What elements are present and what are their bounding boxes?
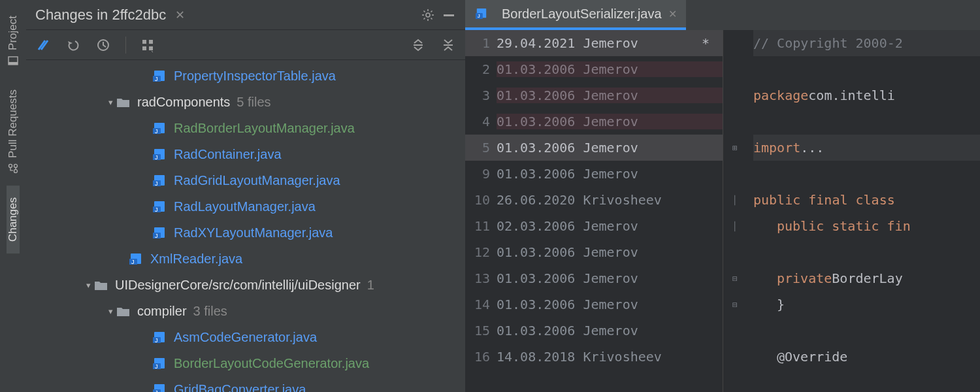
tool-tab-label: Project: [7, 16, 20, 50]
java-file-icon: [153, 384, 167, 392]
history-icon[interactable]: [95, 37, 111, 53]
chevron-down-icon[interactable]: ▾: [105, 306, 116, 316]
fold-end-icon[interactable]: ⊟: [732, 291, 738, 318]
blame-info: 01.03.2006 Jemerov: [497, 244, 723, 260]
blame-row[interactable]: 1201.03.2006 Jemerov: [465, 239, 723, 265]
blame-row[interactable]: 1614.08.2018 Krivosheev: [465, 344, 723, 370]
svg-point-8: [426, 13, 430, 17]
java-file-icon: [153, 331, 167, 343]
close-icon[interactable]: ✕: [170, 8, 185, 22]
fold-collapse-icon[interactable]: ⊟: [732, 265, 738, 291]
blame-info: 01.03.2006 Jemerov: [497, 88, 723, 103]
tool-tab-project[interactable]: Project: [7, 4, 20, 78]
tree-file-row[interactable]: RadBorderLayoutManager.java: [26, 115, 465, 141]
svg-point-6: [14, 164, 18, 167]
line-number: 10: [465, 192, 497, 208]
java-file-icon: [153, 148, 167, 160]
folder-icon: [116, 96, 131, 108]
tree-file-row[interactable]: RadXYLayoutManager.java: [26, 220, 465, 246]
svg-line-14: [431, 18, 433, 19]
blame-info: 01.03.2006 Jemerov: [497, 114, 723, 129]
blame-row[interactable]: 501.03.2006 Jemerov: [465, 135, 723, 161]
blame-row[interactable]: 129.04.2021 Jemerov*: [465, 30, 723, 56]
code-area[interactable]: ⊞ │ │ ⊟ ⊟ // Copyright 2000-2 package co…: [723, 30, 980, 392]
tree-file-row[interactable]: GridBagConverter.java: [26, 376, 465, 392]
java-file-icon: [153, 174, 167, 186]
editor-tabs: BorderLayoutSerializer.java ✕: [465, 0, 980, 30]
expand-all-icon[interactable]: [410, 37, 426, 53]
blame-row[interactable]: 201.03.2006 Jemerov: [465, 56, 723, 82]
gear-icon[interactable]: [421, 8, 435, 22]
tree-file-row[interactable]: RadContainer.java: [26, 141, 465, 167]
svg-line-15: [424, 18, 425, 19]
tree-item-label: compiler: [137, 304, 187, 319]
collapse-all-icon[interactable]: [440, 37, 456, 53]
code-token: import: [753, 140, 800, 155]
svg-point-5: [14, 169, 18, 172]
line-number: 5: [465, 140, 497, 155]
revert-icon[interactable]: [65, 37, 81, 53]
project-icon: [8, 56, 18, 66]
blame-row[interactable]: 1102.03.2006 Jemerov: [465, 213, 723, 239]
tool-tab-label: Changes: [7, 197, 20, 242]
blame-info: 02.03.2006 Jemerov: [497, 218, 723, 234]
line-number: 12: [465, 244, 497, 260]
blame-row[interactable]: 1501.03.2006 Jemerov: [465, 318, 723, 344]
tree-file-row[interactable]: AsmCodeGenerator.java: [26, 324, 465, 350]
java-file-icon: [474, 8, 489, 20]
blame-row[interactable]: 1026.06.2020 Krivosheev: [465, 187, 723, 213]
minimize-icon[interactable]: [442, 8, 456, 22]
svg-rect-23: [414, 44, 423, 46]
fold-expand-icon[interactable]: ⊞: [732, 135, 738, 161]
tree-item-label: RadContainer.java: [174, 147, 282, 162]
tree-item-meta: 5 files: [230, 95, 270, 110]
tree-file-row[interactable]: BorderLayoutCodeGenerator.java: [26, 350, 465, 376]
chevron-down-icon[interactable]: ▾: [105, 97, 116, 107]
blame-row[interactable]: 901.03.2006 Jemerov: [465, 161, 723, 187]
code-token: @Override: [777, 349, 847, 365]
pull-request-icon: [8, 163, 18, 174]
blame-info: 01.03.2006 Jemerov: [497, 166, 723, 182]
svg-line-16: [431, 10, 433, 12]
fold-gutter: ⊞ │ │ ⊟ ⊟: [723, 30, 747, 392]
blame-info: 01.03.2006 Jemerov: [497, 140, 723, 155]
changes-tree[interactable]: PropertyInspectorTable.java▾radComponent…: [26, 60, 465, 392]
tool-tab-changes[interactable]: Changes: [7, 186, 20, 253]
tree-item-label: BorderLayoutCodeGenerator.java: [174, 356, 369, 371]
separator: [125, 37, 126, 54]
editor-body: 129.04.2021 Jemerov*201.03.2006 Jemerov3…: [465, 30, 980, 392]
tool-tab-pull-requests[interactable]: Pull Requests: [7, 78, 20, 186]
tree-folder-row[interactable]: ▾compiler3 files: [26, 298, 465, 324]
blame-info: 01.03.2006 Jemerov: [497, 297, 723, 312]
tree-folder-row[interactable]: ▾radComponents5 files: [26, 89, 465, 115]
close-icon[interactable]: ✕: [668, 8, 677, 20]
tree-folder-row[interactable]: ▾UIDesignerCore/src/com/intellij/uiDesig…: [26, 272, 465, 298]
editor-tab[interactable]: BorderLayoutSerializer.java ✕: [465, 0, 686, 30]
annotate-gutter[interactable]: 129.04.2021 Jemerov*201.03.2006 Jemerov3…: [465, 30, 723, 392]
code-lines[interactable]: // Copyright 2000-2 package com.intelli …: [747, 30, 980, 392]
svg-line-13: [424, 10, 425, 12]
tree-item-label: AsmCodeGenerator.java: [174, 330, 317, 345]
blame-info: 29.04.2021 Jemerov*: [497, 35, 723, 51]
tree-file-row[interactable]: PropertyInspectorTable.java: [26, 63, 465, 89]
blame-row[interactable]: 1301.03.2006 Jemerov: [465, 265, 723, 291]
tree-file-row[interactable]: XmlReader.java: [26, 246, 465, 272]
blame-info: 01.03.2006 Jemerov: [497, 61, 723, 77]
tree-file-row[interactable]: RadLayoutManager.java: [26, 193, 465, 220]
blame-row[interactable]: 401.03.2006 Jemerov: [465, 108, 723, 135]
java-file-icon: [153, 201, 167, 212]
blame-row[interactable]: 301.03.2006 Jemerov: [465, 82, 723, 108]
svg-rect-20: [149, 40, 153, 44]
blame-row[interactable]: 1401.03.2006 Jemerov: [465, 291, 723, 318]
blame-info: 26.06.2020 Krivosheev: [497, 192, 723, 208]
editor: BorderLayoutSerializer.java ✕ 129.04.202…: [465, 0, 980, 392]
tree-file-row[interactable]: RadGridLayoutManager.java: [26, 167, 465, 193]
chevron-down-icon[interactable]: ▾: [82, 280, 94, 290]
folder-icon: [94, 279, 108, 291]
line-number: 3: [465, 88, 497, 103]
tree-item-label: UIDesignerCore/src/com/intellij/uiDesign…: [115, 278, 361, 293]
changes-panel: Changes in 2ffc2dbc ✕ Prop: [26, 0, 465, 392]
compare-prev-icon[interactable]: [35, 37, 51, 53]
group-by-icon[interactable]: [140, 37, 156, 53]
code-token: BorderLay: [832, 270, 902, 286]
